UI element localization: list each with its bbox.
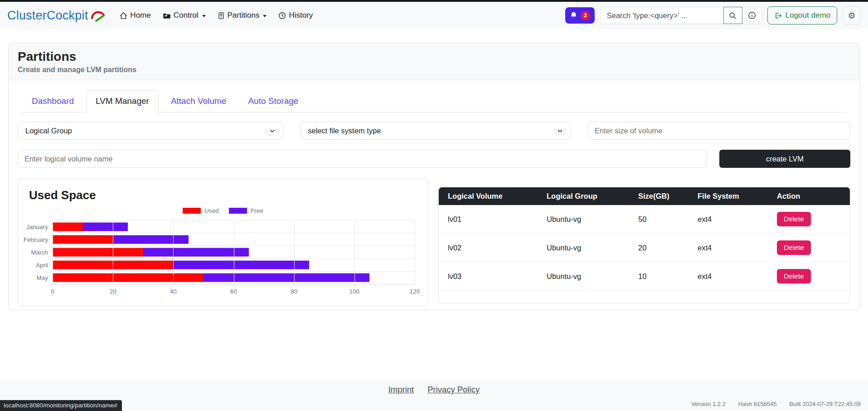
legend-item-used[interactable]: Used xyxy=(183,207,219,214)
gridline xyxy=(53,220,53,284)
col-size: Size(GB) xyxy=(629,187,689,205)
x-tick-label: 120 xyxy=(410,288,420,295)
y-category-label: January xyxy=(26,223,48,230)
page-subtitle: Create and manage LVM partitions xyxy=(18,66,850,74)
cell-fs: ext4 xyxy=(689,205,768,234)
search-input[interactable] xyxy=(600,7,723,24)
delete-button[interactable]: Delete xyxy=(777,240,811,255)
cell-group: Ubuntu-vg xyxy=(538,205,629,234)
legend-label: Used xyxy=(204,207,219,214)
bar-segment-free xyxy=(83,222,128,231)
cell-group: Ubuntu-vg xyxy=(538,262,629,291)
cell-fs: ext4 xyxy=(689,262,768,291)
x-tick-label: 100 xyxy=(349,288,360,295)
partitions-card: Partitions Create and manage LVM partiti… xyxy=(8,43,860,310)
chart-title: Used Space xyxy=(29,188,96,202)
table-header-row: Logical Volume Logical Group Size(GB) Fi… xyxy=(439,187,850,205)
cell-size: 20 xyxy=(629,234,689,262)
built-text: Built 2024-07-29:T22:45:09 xyxy=(789,401,861,407)
x-tick-label: 80 xyxy=(291,288,297,295)
cell-size: 10 xyxy=(629,262,689,291)
col-file-system: File System xyxy=(689,187,768,205)
table-row: lv01 Ubuntu-vg 50 ext4 Delete xyxy=(439,205,850,234)
nav-item-label: Control xyxy=(174,11,199,20)
disk-icon xyxy=(218,12,225,20)
volume-name-input[interactable] xyxy=(18,150,707,168)
cell-volume: lv03 xyxy=(439,262,538,291)
tab-attach-volume[interactable]: Attach Volume xyxy=(161,90,236,113)
brand-logo[interactable]: ClusterCockpit xyxy=(7,9,106,23)
widgets-row: Used Space UsedFree JanuaryFebruaryMarch… xyxy=(18,179,850,306)
create-lvm-button[interactable]: create LVM xyxy=(719,150,850,168)
used-space-chart-card: Used Space UsedFree JanuaryFebruaryMarch… xyxy=(18,179,428,306)
chevron-down-icon xyxy=(269,127,276,134)
gear-icon: ⚙ xyxy=(848,10,855,21)
y-category-label: April xyxy=(36,262,48,269)
page-title: Partitions xyxy=(18,49,850,64)
gridline xyxy=(113,220,113,284)
filesystem-type-select[interactable]: select file system type xyxy=(300,122,571,140)
tab-bar: Dashboard LVM Manager Attach Volume Auto… xyxy=(22,90,846,113)
y-category-label: May xyxy=(36,274,48,281)
logout-button[interactable]: Logout demo xyxy=(767,6,837,24)
search-group xyxy=(600,7,762,24)
delete-button[interactable]: Delete xyxy=(777,269,811,284)
bell-icon xyxy=(570,11,577,20)
logout-icon xyxy=(774,12,782,20)
footer: Imprint Privacy Policy Version 1.2.2 Has… xyxy=(0,379,868,411)
chart-plot: JanuaryFebruaryMarchAprilMay 02040608010… xyxy=(52,220,415,284)
bar-segment-free xyxy=(204,274,369,282)
legend-swatch xyxy=(183,208,201,214)
legend-label: Free xyxy=(251,207,263,214)
bar-segment-used xyxy=(53,222,83,231)
chevron-down-icon xyxy=(557,127,563,134)
nav-item-partitions[interactable]: Partitions xyxy=(218,11,267,20)
x-tick-label: 40 xyxy=(170,288,177,295)
legend-swatch xyxy=(229,208,247,214)
gridline xyxy=(354,220,355,284)
nav-links: Home Control Partitions History xyxy=(120,11,313,20)
privacy-policy-link[interactable]: Privacy Policy xyxy=(427,385,480,395)
bar-segment-used xyxy=(53,274,204,282)
gauge-logo-icon xyxy=(90,9,106,22)
notifications-button[interactable]: 3 xyxy=(565,7,595,24)
tab-dashboard[interactable]: Dashboard xyxy=(22,90,83,113)
search-button[interactable] xyxy=(723,7,742,24)
legend-item-free[interactable]: Free xyxy=(229,207,263,214)
search-help-button[interactable] xyxy=(742,7,762,24)
y-category-label: March xyxy=(31,249,48,256)
link-status-tooltip: localhost:8080/monitoring/partition/name… xyxy=(0,400,122,411)
table-row: lv03 Ubuntu-vg 10 ext4 Delete xyxy=(439,262,850,291)
navbar: ClusterCockpit Home Control Partitions H… xyxy=(0,2,868,29)
tab-auto-storage[interactable]: Auto Storage xyxy=(238,90,308,113)
chevron-down-icon xyxy=(202,15,206,17)
nav-item-control[interactable]: Control xyxy=(163,11,206,20)
col-logical-group: Logical Group xyxy=(538,187,629,205)
x-tick-label: 20 xyxy=(110,288,116,295)
gridline xyxy=(173,220,174,284)
nav-item-history[interactable]: History xyxy=(278,11,313,20)
tab-lvm-manager[interactable]: LVM Manager xyxy=(86,90,159,113)
cell-group: Ubuntu-vg xyxy=(538,234,629,262)
volume-size-input[interactable] xyxy=(588,122,850,140)
bar-segment-free xyxy=(113,235,188,244)
footer-links: Imprint Privacy Policy xyxy=(0,379,868,395)
card-header: Partitions Create and manage LVM partiti… xyxy=(9,43,859,80)
bar-segment-used xyxy=(53,248,143,257)
col-logical-volume: Logical Volume xyxy=(439,187,538,205)
delete-button[interactable]: Delete xyxy=(777,212,811,226)
nav-item-label: Partitions xyxy=(228,11,260,20)
y-category-label: February xyxy=(24,236,48,243)
bar-segment-free xyxy=(173,261,309,269)
settings-button[interactable]: ⚙ xyxy=(843,6,861,24)
bar-segment-free xyxy=(143,248,249,257)
hash-text: Hash b15b545 xyxy=(738,401,777,407)
version-text: Version 1.2.2 xyxy=(691,401,726,407)
gridline xyxy=(234,220,234,284)
logical-group-select[interactable]: Logical Group xyxy=(18,122,283,140)
table-row: lv02 Ubuntu-vg 20 ext4 Delete xyxy=(439,234,850,262)
cell-fs: ext4 xyxy=(689,234,768,262)
navbar-right: 3 Logout demo ⚙ xyxy=(565,6,861,24)
imprint-link[interactable]: Imprint xyxy=(388,385,414,395)
nav-item-home[interactable]: Home xyxy=(120,11,150,20)
